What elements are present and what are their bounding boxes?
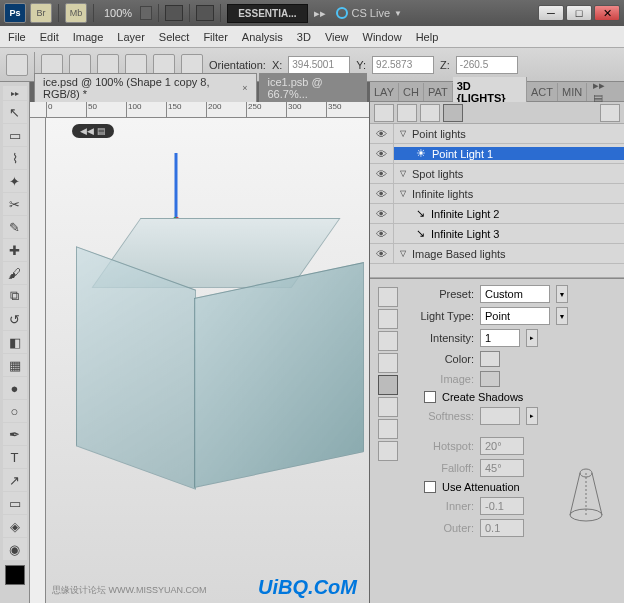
visibility-icon[interactable]: 👁: [370, 204, 394, 223]
ruler-horizontal[interactable]: 0 50 100 150 200 250 300 350: [30, 102, 369, 118]
visibility-icon[interactable]: 👁: [370, 184, 394, 203]
shape-tool[interactable]: ▭: [3, 492, 27, 514]
dodge-tool[interactable]: ○: [3, 400, 27, 422]
point-lights-group[interactable]: 👁 ▽Point lights: [370, 124, 624, 144]
z-field[interactable]: -260.5: [456, 56, 518, 74]
menu-view[interactable]: View: [325, 31, 349, 43]
move-tool[interactable]: ↖: [3, 101, 27, 123]
visibility-icon[interactable]: 👁: [370, 144, 394, 163]
workspace-switcher[interactable]: ESSENTIA...: [227, 4, 307, 23]
tool-preset-icon[interactable]: [6, 54, 28, 76]
spot-lights-group[interactable]: 👁 ▽Spot lights: [370, 164, 624, 184]
filter-mesh-icon[interactable]: [397, 104, 417, 122]
panel-options-icon[interactable]: [600, 104, 620, 122]
heal-tool[interactable]: ✚: [3, 239, 27, 261]
wand-tool[interactable]: ✦: [3, 170, 27, 192]
tab-channels[interactable]: CH: [399, 83, 424, 101]
visibility-icon[interactable]: 👁: [370, 224, 394, 243]
filter-scene-icon[interactable]: [374, 104, 394, 122]
light-delete-icon[interactable]: [378, 441, 398, 461]
canvas[interactable]: ◀◀ ▤ UiBQ.CoM 思缘设计论坛 WWW.MISSYUAN.COM: [46, 118, 369, 603]
light-pan-icon[interactable]: [378, 309, 398, 329]
tab-min[interactable]: MIN: [558, 83, 587, 101]
minimize-button[interactable]: ─: [538, 5, 564, 21]
preset-dropdown[interactable]: ▼: [556, 285, 568, 303]
intensity-slider-icon[interactable]: ▸: [526, 329, 538, 347]
close-button[interactable]: ✕: [594, 5, 620, 21]
menu-select[interactable]: Select: [159, 31, 190, 43]
infinite-lights-group[interactable]: 👁 ▽Infinite lights: [370, 184, 624, 204]
tab-inactive[interactable]: ice1.psb @ 66.7%...: [259, 73, 368, 102]
menu-filter[interactable]: Filter: [203, 31, 227, 43]
light-rotate-icon[interactable]: [378, 287, 398, 307]
3d-camera-tool[interactable]: ◉: [3, 538, 27, 560]
menu-image[interactable]: Image: [73, 31, 104, 43]
gradient-tool[interactable]: ▦: [3, 354, 27, 376]
light-aim-icon[interactable]: [378, 375, 398, 395]
zoom-dropdown[interactable]: [140, 6, 152, 20]
path-tool[interactable]: ↗: [3, 469, 27, 491]
light-color-icon[interactable]: [378, 397, 398, 417]
foreground-color[interactable]: [5, 565, 25, 585]
brush-tool[interactable]: 🖌: [3, 262, 27, 284]
image-based-lights-group[interactable]: 👁 ▽Image Based lights: [370, 244, 624, 264]
color-swatch[interactable]: [480, 351, 500, 367]
3d-object[interactable]: [76, 218, 356, 498]
filter-material-icon[interactable]: [420, 104, 440, 122]
x-field[interactable]: 394.5001: [288, 56, 350, 74]
menu-layer[interactable]: Layer: [117, 31, 145, 43]
tab-actions[interactable]: ACT: [527, 83, 558, 101]
lights-panel: 👁 ▽Point lights 👁 ☀Point Light 1 👁 ▽Spot…: [370, 102, 624, 278]
eyedropper-tool[interactable]: ✎: [3, 216, 27, 238]
tab-paths[interactable]: PAT: [424, 83, 453, 101]
bridge-icon[interactable]: Br: [30, 3, 52, 23]
y-field[interactable]: 92.5873: [372, 56, 434, 74]
visibility-icon[interactable]: 👁: [370, 164, 394, 183]
workspace-arrows-icon[interactable]: ▸▸: [314, 7, 326, 20]
menu-edit[interactable]: Edit: [40, 31, 59, 43]
light-type-field[interactable]: Point: [480, 307, 550, 325]
zoom-level[interactable]: 100%: [100, 7, 136, 19]
filter-lights-icon[interactable]: [443, 104, 463, 122]
light-origin-icon[interactable]: [378, 353, 398, 373]
menu-file[interactable]: File: [8, 31, 26, 43]
menu-analysis[interactable]: Analysis: [242, 31, 283, 43]
menu-3d[interactable]: 3D: [297, 31, 311, 43]
pen-tool[interactable]: ✒: [3, 423, 27, 445]
tab-layers[interactable]: LAY: [370, 83, 399, 101]
stamp-tool[interactable]: ⧉: [3, 285, 27, 307]
lasso-tool[interactable]: ⌇: [3, 147, 27, 169]
tab-active[interactable]: ice.psd @ 100% (Shape 1 copy 8, RGB/8) *…: [34, 73, 257, 102]
mini-panel[interactable]: ◀◀ ▤: [72, 124, 114, 138]
point-light-1[interactable]: 👁 ☀Point Light 1: [370, 144, 624, 164]
toolbar-toggle[interactable]: ▸▸: [3, 86, 27, 100]
history-brush-tool[interactable]: ↺: [3, 308, 27, 330]
cs-live-button[interactable]: CS Live ▼: [336, 7, 402, 19]
tab-close-icon[interactable]: ×: [242, 83, 247, 93]
preset-field[interactable]: Custom: [480, 285, 550, 303]
light-slide-icon[interactable]: [378, 331, 398, 351]
ruler-vertical[interactable]: [30, 118, 46, 603]
type-tool[interactable]: T: [3, 446, 27, 468]
light-new-icon[interactable]: [378, 419, 398, 439]
intensity-field[interactable]: 1: [480, 329, 520, 347]
infinite-light-2[interactable]: 👁 ↘Infinite Light 2: [370, 204, 624, 224]
blur-tool[interactable]: ●: [3, 377, 27, 399]
minibridge-icon[interactable]: Mb: [65, 3, 87, 23]
arrange-docs-icon[interactable]: [165, 5, 183, 21]
create-shadows-checkbox[interactable]: [424, 391, 436, 403]
eraser-tool[interactable]: ◧: [3, 331, 27, 353]
3d-tool[interactable]: ◈: [3, 515, 27, 537]
use-attenuation-checkbox[interactable]: [424, 481, 436, 493]
visibility-icon[interactable]: 👁: [370, 124, 394, 143]
panel-menu-icon[interactable]: ▸▸ ▤: [587, 79, 624, 105]
crop-tool[interactable]: ✂: [3, 193, 27, 215]
menu-help[interactable]: Help: [416, 31, 439, 43]
infinite-light-3[interactable]: 👁 ↘Infinite Light 3: [370, 224, 624, 244]
marquee-tool[interactable]: ▭: [3, 124, 27, 146]
menu-window[interactable]: Window: [363, 31, 402, 43]
maximize-button[interactable]: □: [566, 5, 592, 21]
visibility-icon[interactable]: 👁: [370, 244, 394, 263]
light-type-dropdown[interactable]: ▼: [556, 307, 568, 325]
screen-mode-icon[interactable]: [196, 5, 214, 21]
